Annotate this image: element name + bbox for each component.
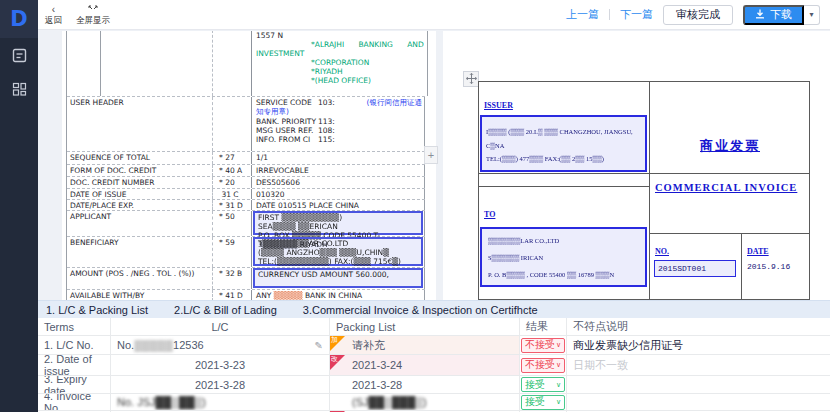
app-logo: D [0, 0, 38, 38]
tab-lc-bill-of-lading[interactable]: 2.L/C & Bill of Lading [174, 304, 277, 316]
result-select[interactable]: 接受 ∨ [521, 395, 565, 410]
to-highlight-box: ▒▒▒▒▒▒▒LAR CO.,LTD S▒▒▒▒▒▒ IRICAN P. O. … [480, 227, 647, 287]
lc-value-cell[interactable]: No. JSJ██▒██▒) [111, 394, 330, 410]
swift-row: DOC. CREDIT NUMBER * 20 DES505606 [67, 177, 425, 189]
header-terms: Terms [38, 318, 111, 335]
document-icon [12, 48, 27, 63]
issuer-label: ISSUER [484, 101, 513, 110]
lc-document-panel[interactable]: 1557 N *ALRAJHI BANKING AND INVESTMENT *… [62, 31, 436, 300]
terms-compare-panel: 1. L/C & Packing List 2.L/C & Bill of La… [38, 300, 830, 412]
packing-value-cell[interactable]: (SJ██▒███▒) [330, 394, 520, 410]
invoice-no-label: NO. [655, 247, 669, 256]
swift-row-user-header: USER HEADER SERVICE CODE 103: (银行间信用证通 知… [67, 97, 425, 152]
lc-value-cell[interactable]: No.▒▒▒▒▒12536 ✎ [111, 336, 330, 354]
result-select[interactable]: 不接受 ∨ [521, 358, 565, 373]
header-discrepancy: 不符点说明 [567, 318, 830, 335]
plus-icon: + [428, 149, 434, 161]
term-cell: 4. Invoice No. [38, 394, 111, 410]
header-packing-list: Packing List [330, 318, 520, 335]
top-toolbar: ‹ 返回 全屏显示 上一篇 下一篇 审核完成 下载 ▾ [38, 0, 830, 30]
term-cell: 2. Date of issue [38, 355, 111, 375]
invoice-date-label: DATE [747, 247, 769, 256]
swift-row-basic-header: 1557 N *ALRAJHI BANKING AND INVESTMENT *… [67, 31, 425, 97]
result-cell: 不接受 ∨ [520, 336, 567, 354]
header-result: 结果 [520, 318, 567, 335]
result-cell: 接受 ∨ [520, 394, 567, 410]
back-label: 返回 [45, 16, 62, 25]
download-split-button: 下载 ▾ [743, 5, 820, 25]
bank-seal-text: (银行间信用证通 [317, 98, 422, 108]
discrepancy-input[interactable] [567, 394, 830, 410]
table-row: 2. Date of issue 2021-3-23 改 2021-3-24 不… [38, 355, 830, 376]
tab-commercial-invoice[interactable]: 3.Commercial Invoice & Inspection on Cer… [303, 304, 538, 316]
result-cell: 接受 ∨ [520, 376, 567, 393]
edit-pencil-icon[interactable]: ✎ [315, 340, 323, 351]
toolbar-actions: 上一篇 下一篇 审核完成 下载 ▾ [566, 5, 830, 25]
discrepancy-input[interactable]: 日期不一致 [567, 355, 830, 375]
swift-row-amount: AMOUNT (POS . /NEG . TOL . (%)) * 32 B C… [67, 268, 425, 290]
table-header-row: Terms L/C Packing List 结果 不符点说明 [38, 318, 830, 336]
download-icon [755, 9, 765, 21]
back-button[interactable]: ‹ 返回 [38, 0, 69, 30]
highlight-box: FIRST ▒▒▒▒▒▒▒▒▒▒) SEA▒▒▒▒ ▒▒ERICAN P.O. … [253, 211, 423, 235]
header-lc: L/C [111, 318, 330, 335]
packing-value-cell[interactable]: 2021-3-28 [330, 376, 520, 393]
move-handle-icon [466, 70, 477, 88]
invoice-document-panel[interactable]: ISSUER I▒▒▒▒ (▒▒▒ 20.L▒ ▒▒▒ CHANGZHOU, J… [443, 31, 830, 300]
lc-value-cell[interactable]: 2021-3-23 [111, 355, 330, 375]
toolbar-divider [609, 9, 610, 20]
table-row: 1. L/C No. No.▒▒▒▒▒12536 ✎ 加 请补充 不接受 ∨ 商… [38, 336, 830, 355]
swift-row: FORM OF DOC. CREDIT * 40 A IRREVOCABLE [67, 165, 425, 177]
result-select[interactable]: 接受 ∨ [521, 377, 565, 392]
download-button[interactable]: 下载 [743, 5, 804, 25]
fullscreen-label: 全屏显示 [76, 16, 110, 25]
tab-lc-packing-list[interactable]: 1. L/C & Packing List [46, 304, 148, 316]
download-label: 下载 [770, 7, 792, 22]
table-row: 4. Invoice No. No. JSJ██▒██▒) (SJ██▒███▒… [38, 394, 830, 411]
move-handle[interactable] [463, 71, 479, 87]
result-cell: 不接受 ∨ [520, 355, 567, 375]
invoice-title-en: COMMERCIAL INVOICE [655, 182, 797, 193]
swift-row-applicant: APPLICANT * 50 FIRST ▒▒▒▒▒▒▒▒▒▒) SEA▒▒▒▒… [67, 211, 425, 237]
commercial-invoice: ISSUER I▒▒▒▒ (▒▒▒ 20.L▒ ▒▒▒ CHANGZHOU, J… [478, 81, 810, 300]
term-cell: 3. Expiry date [38, 376, 111, 393]
swift-row: DATE OF ISSUE 31 C 010320 [67, 189, 425, 200]
table-row: 3. Expiry date 2021-3-28 2021-3-28 接受 ∨ [38, 376, 830, 394]
term-cell: 1. L/C No. [38, 336, 111, 354]
chevron-down-icon: ∨ [556, 398, 561, 406]
chevron-down-icon: ∨ [556, 361, 561, 369]
swift-row: DATE/PLACE EXP. * 31 D DATE 010515 PLACE… [67, 200, 425, 211]
caret-down-icon: ▾ [809, 10, 813, 19]
discrepancy-input[interactable]: 商业发票缺少信用证号 [567, 336, 830, 354]
packing-value-cell[interactable]: 改 2021-3-24 [330, 355, 520, 375]
swift-message-table: 1557 N *ALRAJHI BANKING AND INVESTMENT *… [66, 31, 425, 300]
lc-value-cell[interactable]: 2021-3-28 [111, 376, 330, 393]
swift-row: SEQUENCE OF TOTAL * 27 1/1 [67, 152, 425, 165]
chevron-down-icon: ∨ [556, 341, 561, 349]
fullscreen-button[interactable]: 全屏显示 [69, 0, 117, 30]
swift-value: 1557 N [256, 31, 424, 40]
packing-value-cell[interactable]: 加 请补充 [330, 336, 520, 354]
invoice-title-cn: 商业发票 [649, 137, 811, 155]
sidebar: D [0, 0, 38, 412]
grid-icon [12, 82, 27, 97]
review-done-button[interactable]: 审核完成 [663, 5, 733, 25]
document-compare-area: 1557 N *ALRAJHI BANKING AND INVESTMENT *… [38, 31, 830, 300]
to-label: TO [484, 210, 495, 219]
chevron-down-icon: ∨ [556, 381, 561, 389]
highlight-box: CURRENCY USD AMOUNT 560.000, [253, 268, 423, 288]
swift-row-available: AVAILABLE WITH/BY * 41 D ANY ▒▒▒▒▒ BANK … [67, 290, 425, 300]
sidebar-item-documents[interactable] [0, 38, 38, 72]
download-dropdown-button[interactable]: ▾ [804, 5, 820, 25]
swift-row-beneficiary: BENEFICIARY * 59 T▒▒▒▒▒▒▒▒AR CO.LTD (▒▒▒… [67, 237, 425, 268]
panel-expand-handle[interactable]: + [424, 146, 438, 164]
sidebar-item-apps[interactable] [0, 72, 38, 106]
prev-article-link[interactable]: 上一篇 [566, 7, 599, 22]
result-select[interactable]: 不接受 ∨ [521, 338, 565, 353]
next-article-link[interactable]: 下一篇 [620, 7, 653, 22]
invoice-no-value: 2015SDT001 [654, 260, 736, 277]
invoice-date-value: 2015.9.16 [747, 262, 790, 271]
discrepancy-input[interactable] [567, 376, 830, 393]
highlight-box: T▒▒▒▒▒▒▒▒AR CO.LTD (▒▒▒▒ ANGZHO▒▒▒ ▒▒▒U,… [253, 237, 423, 266]
compare-tabs: 1. L/C & Packing List 2.L/C & Bill of La… [38, 300, 830, 318]
